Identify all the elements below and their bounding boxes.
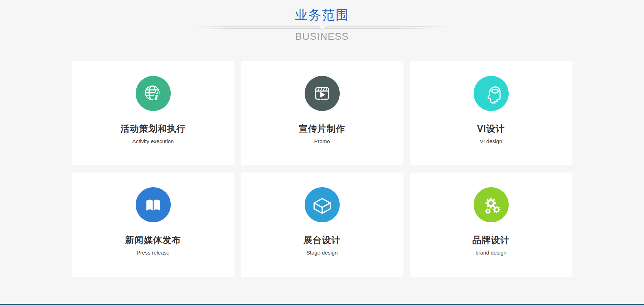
card-subtitle: VI design [480, 138, 502, 144]
service-card-stage-design[interactable]: 展台设计 Stage design [241, 173, 403, 277]
card-title: 活动策划和执行 [121, 124, 186, 134]
clapperboard-play-icon [305, 76, 340, 111]
services-grid: i 活动策划和执行 Activity execution 宣传片制作 Promo [72, 61, 572, 277]
card-subtitle: Press release [137, 250, 170, 256]
card-subtitle: brand design [475, 250, 507, 256]
open-book-icon [136, 187, 171, 222]
page-background: { "page": { "background": "#f5f6f5", "bo… [0, 0, 644, 305]
cube-icon [305, 187, 340, 222]
service-card-brand-design[interactable]: 品牌设计 brand design [410, 173, 572, 277]
section-subtitle: BUSINESS [0, 31, 644, 42]
card-title: 新闻媒体发布 [125, 235, 181, 245]
globe-info-icon: i [136, 76, 171, 111]
head-profile-icon [474, 76, 509, 111]
section-title: 业务范围 [0, 8, 644, 22]
card-title: 展台设计 [304, 235, 341, 245]
service-card-promo-video[interactable]: 宣传片制作 Promo [241, 61, 403, 165]
service-card-vi-design[interactable]: VI设计 VI design [410, 61, 572, 165]
chevron-down-icon [318, 21, 326, 30]
card-title: 宣传片制作 [299, 124, 345, 134]
card-title: 品牌设计 [473, 235, 510, 245]
card-subtitle: Activity execution [132, 138, 174, 144]
card-subtitle: Stage design [306, 250, 338, 256]
header-divider [193, 26, 451, 31]
card-subtitle: Promo [314, 138, 330, 144]
gears-icon [474, 187, 509, 222]
service-card-press-release[interactable]: 新闻媒体发布 Press release [72, 173, 234, 277]
service-card-activity-planning[interactable]: i 活动策划和执行 Activity execution [72, 61, 234, 165]
card-title: VI设计 [477, 124, 505, 134]
